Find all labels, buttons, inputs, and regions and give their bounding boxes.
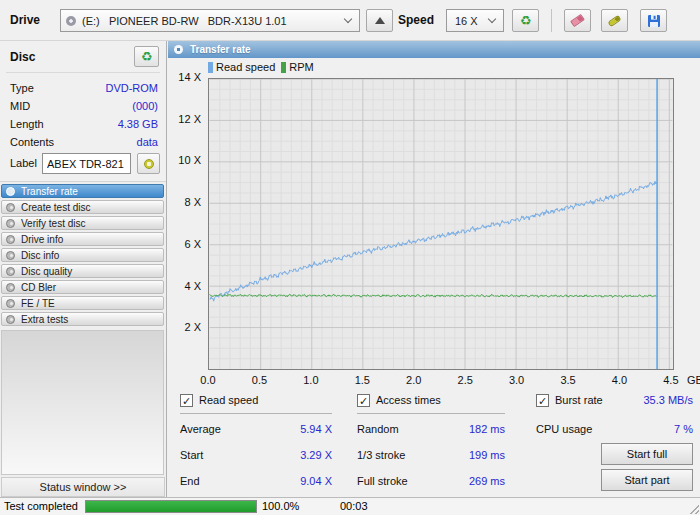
sidebar-item-fe-te[interactable]: FE / TE — [1, 296, 164, 310]
disc-icon — [6, 299, 15, 308]
disc-info-row-contents: Contentsdata — [0, 134, 167, 152]
refresh-disc-button[interactable]: ♻ — [134, 46, 159, 67]
disc-icon — [6, 267, 15, 276]
eject-button[interactable] — [366, 9, 393, 32]
speed-label: Speed — [398, 0, 434, 41]
test-menu: Transfer rateCreate test discVerify test… — [1, 184, 164, 328]
y-tick-label: 2 X — [168, 321, 201, 333]
disc-icon — [6, 235, 15, 244]
legend-label-read-speed: Read speed — [216, 61, 275, 73]
checkbox-access-times[interactable]: ✓ — [357, 394, 370, 407]
floppy-disk-icon — [647, 14, 661, 28]
disc-icon — [144, 159, 154, 169]
stat-value: 7 % — [674, 423, 693, 435]
progress-percent: 100.0% — [262, 500, 299, 512]
eraser-icon — [570, 14, 585, 27]
write-label-button[interactable] — [137, 153, 160, 174]
drive-label: Drive — [10, 0, 40, 41]
progress-bar — [85, 500, 257, 513]
toolbar: Drive (E:) PIONEER BD-RW BDR-X13U 1.01 S… — [0, 0, 700, 41]
elapsed-time: 00:03 — [340, 500, 368, 512]
panel-header: Transfer rate — [168, 41, 700, 58]
y-tick-label: 6 X — [168, 238, 201, 250]
stat-value: 5.94 X — [300, 423, 332, 435]
disc-label-row: Label — [0, 153, 167, 175]
sidebar-item-create-test-disc[interactable]: Create test disc — [1, 200, 164, 214]
drive-select-value: (E:) PIONEER BD-RW BDR-X13U 1.01 — [82, 15, 287, 27]
x-axis-unit: GB — [687, 374, 700, 386]
disc-info-row-length: Length4.38 GB — [0, 116, 167, 134]
disc-info-value: DVD-ROM — [105, 82, 158, 94]
checkbox-read-speed[interactable]: ✓ — [180, 394, 193, 407]
sidebar-item-drive-info[interactable]: Drive info — [1, 232, 164, 246]
disc-icon — [6, 187, 15, 196]
disc-info-value: (000) — [132, 100, 158, 112]
stat-value: 269 ms — [469, 475, 505, 487]
series-rpm — [210, 294, 657, 297]
disc-icon — [6, 315, 15, 324]
save-button[interactable] — [640, 9, 667, 32]
stat-value: 9.04 X — [300, 475, 332, 487]
sidebar-item-extra-tests[interactable]: Extra tests — [1, 312, 164, 326]
chevron-down-icon — [488, 15, 496, 23]
marker-icon — [607, 14, 621, 26]
sidebar-item-label: Disc info — [21, 250, 59, 261]
y-tick-label: 4 X — [168, 280, 201, 292]
toolbar-separator — [551, 9, 552, 32]
stat-row-1-3-stroke: 1/3 stroke199 ms — [357, 449, 505, 465]
results-column-burst-rate: ✓Burst rate35.3 MB/sCPU usage7 % — [536, 393, 693, 497]
stat-label: CPU usage — [536, 423, 592, 435]
y-tick-label: 10 X — [168, 154, 201, 166]
checkbox-label: Read speed — [199, 394, 258, 406]
erase-disc-button[interactable] — [564, 9, 591, 32]
disc-info-label: Type — [10, 82, 34, 94]
chart-legend: Read speedRPM — [208, 61, 320, 73]
sidebar-item-label: Create test disc — [21, 202, 90, 213]
x-tick-label: 2.5 — [450, 374, 480, 386]
sidebar-item-cd-bler[interactable]: CD Bler — [1, 280, 164, 294]
checkbox-burst-rate[interactable]: ✓ — [536, 394, 549, 407]
speed-select-value: 16 X — [455, 15, 478, 27]
x-tick-label: 2.0 — [399, 374, 429, 386]
resize-grip-icon[interactable] — [688, 503, 699, 514]
stat-label: Start — [180, 449, 203, 461]
disc-icon — [6, 219, 15, 228]
status-window-button[interactable]: Status window >> — [1, 477, 165, 497]
stat-row-start: Start3.29 X — [180, 449, 332, 465]
refresh-speed-button[interactable]: ♻ — [512, 9, 539, 32]
write-test-button[interactable] — [601, 9, 628, 32]
panel-title: Transfer rate — [190, 44, 251, 55]
burst-rate-value: 35.3 MB/s — [643, 394, 693, 406]
status-bar: Test completed 100.0% 00:03 — [0, 497, 700, 515]
disc-label-input[interactable] — [42, 153, 131, 174]
checkbox-row-read-speed: ✓Read speed — [180, 393, 332, 410]
stat-label: 1/3 stroke — [357, 449, 405, 461]
sidebar-item-transfer-rate[interactable]: Transfer rate — [1, 184, 164, 198]
drive-select[interactable]: (E:) PIONEER BD-RW BDR-X13U 1.01 — [60, 9, 360, 32]
drive-icon — [66, 16, 76, 26]
sidebar-item-label: CD Bler — [21, 282, 56, 293]
x-tick-label: 0.5 — [244, 374, 274, 386]
progress-fill — [86, 501, 256, 512]
eject-icon — [375, 17, 385, 24]
sidebar-item-disc-quality[interactable]: Disc quality — [1, 264, 164, 278]
sidebar-item-label: Drive info — [21, 234, 63, 245]
stat-row-cpu-usage: CPU usage7 % — [536, 423, 693, 439]
stat-value: 3.29 X — [300, 449, 332, 461]
stat-row-full-stroke: Full stroke269 ms — [357, 475, 505, 491]
checkbox-row-access-times: ✓Access times — [357, 393, 505, 410]
sidebar-item-label: Transfer rate — [21, 186, 78, 197]
results-column-access-times: ✓Access timesRandom182 ms1/3 stroke199 m… — [357, 393, 505, 497]
sidebar-item-verify-test-disc[interactable]: Verify test disc — [1, 216, 164, 230]
checkbox-row-burst-rate: ✓Burst rate35.3 MB/s — [536, 393, 693, 410]
x-tick-label: 4.0 — [604, 374, 634, 386]
disc-info-label: Contents — [10, 136, 54, 148]
series-read-speed — [210, 181, 657, 301]
sidebar-item-disc-info[interactable]: Disc info — [1, 248, 164, 262]
disc-info-row-mid: MID(000) — [0, 98, 167, 116]
legend-swatch-read-speed — [208, 62, 213, 73]
disc-info-label: Length — [10, 118, 44, 130]
checkbox-label: Burst rate — [555, 394, 603, 406]
transfer-rate-chart[interactable] — [208, 78, 674, 370]
speed-select[interactable]: 16 X — [446, 9, 504, 32]
